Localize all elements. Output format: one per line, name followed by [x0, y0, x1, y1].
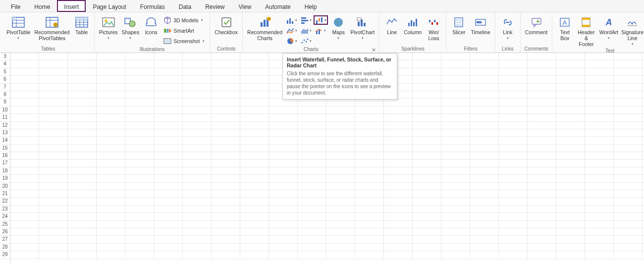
cell[interactable]: [355, 152, 384, 159]
cell[interactable]: [355, 183, 384, 190]
row-header[interactable]: 27: [0, 236, 10, 243]
cell[interactable]: [384, 129, 413, 136]
cell[interactable]: [298, 228, 326, 235]
scatter-chart-button[interactable]: ▾: [299, 36, 313, 46]
cell[interactable]: [441, 106, 470, 113]
cell[interactable]: [384, 175, 413, 182]
cell[interactable]: [97, 159, 125, 166]
cell[interactable]: [470, 152, 499, 159]
cell[interactable]: [528, 159, 556, 166]
cell[interactable]: [585, 106, 614, 113]
cell[interactable]: [384, 251, 413, 258]
cell[interactable]: [470, 251, 499, 258]
cell[interactable]: [384, 106, 413, 113]
cell[interactable]: [10, 84, 39, 91]
cell[interactable]: [68, 175, 97, 182]
cell[interactable]: [499, 91, 528, 98]
cell[interactable]: [97, 68, 125, 75]
cell[interactable]: [125, 228, 154, 235]
cell[interactable]: [499, 76, 528, 83]
cell[interactable]: [355, 145, 384, 152]
cell[interactable]: [585, 99, 614, 106]
cell[interactable]: [97, 175, 125, 182]
cell[interactable]: [585, 84, 614, 91]
cell[interactable]: [614, 145, 643, 152]
cell[interactable]: [154, 206, 183, 212]
cell[interactable]: [499, 114, 528, 121]
cell[interactable]: [10, 183, 39, 190]
cell[interactable]: [384, 198, 413, 205]
cell[interactable]: [470, 68, 499, 75]
cell[interactable]: [326, 183, 355, 190]
cell[interactable]: [97, 183, 125, 190]
cell[interactable]: [39, 251, 68, 258]
cell[interactable]: [441, 114, 470, 121]
cell[interactable]: [413, 68, 441, 75]
cell[interactable]: [585, 175, 614, 182]
cell[interactable]: [154, 190, 183, 197]
cell[interactable]: [499, 84, 528, 91]
cell[interactable]: [183, 244, 212, 251]
cell[interactable]: [528, 152, 556, 159]
cell[interactable]: [441, 206, 470, 212]
cell[interactable]: [39, 167, 68, 174]
cell[interactable]: [441, 183, 470, 190]
cell[interactable]: [528, 190, 556, 197]
cell[interactable]: [326, 213, 355, 220]
cell[interactable]: [183, 198, 212, 205]
cell[interactable]: [212, 99, 240, 106]
cell[interactable]: [355, 198, 384, 205]
cell[interactable]: [97, 228, 125, 235]
cell[interactable]: [413, 175, 441, 182]
cell[interactable]: [470, 167, 499, 174]
cell[interactable]: [39, 244, 68, 251]
cell[interactable]: [154, 99, 183, 106]
cell[interactable]: [441, 167, 470, 174]
row-header[interactable]: 7: [0, 84, 10, 91]
cell[interactable]: [68, 76, 97, 83]
cell[interactable]: [212, 206, 240, 212]
cell[interactable]: [212, 236, 240, 243]
cell[interactable]: [413, 122, 441, 129]
cell[interactable]: [212, 244, 240, 251]
cell[interactable]: [326, 99, 355, 106]
cell[interactable]: [326, 221, 355, 228]
cell[interactable]: [556, 129, 585, 136]
sparkline-column-button[interactable]: Column: [402, 15, 423, 35]
cell[interactable]: [499, 53, 528, 60]
cell[interactable]: [154, 53, 183, 60]
cell[interactable]: [355, 114, 384, 121]
waterfall-chart-button[interactable]: ▾: [314, 15, 328, 25]
cell[interactable]: [97, 167, 125, 174]
cell[interactable]: [355, 228, 384, 235]
cell[interactable]: [68, 221, 97, 228]
cell[interactable]: [614, 68, 643, 75]
cell[interactable]: [125, 114, 154, 121]
row-header[interactable]: 25: [0, 221, 10, 228]
cell[interactable]: [556, 84, 585, 91]
cell[interactable]: [68, 91, 97, 98]
cell[interactable]: [413, 53, 441, 60]
cell[interactable]: [125, 129, 154, 136]
cell[interactable]: [556, 167, 585, 174]
cell[interactable]: [413, 206, 441, 212]
cell[interactable]: [499, 167, 528, 174]
cell[interactable]: [614, 236, 643, 243]
cell[interactable]: [154, 91, 183, 98]
cell[interactable]: [355, 106, 384, 113]
cell[interactable]: [125, 99, 154, 106]
menu-tab-formulas[interactable]: Formulas: [133, 0, 172, 12]
link-button[interactable]: Link ▾: [498, 15, 517, 40]
cell[interactable]: [556, 190, 585, 197]
screenshot-button[interactable]: Screenshot ▾: [161, 36, 207, 46]
cell[interactable]: [470, 106, 499, 113]
cell[interactable]: [614, 213, 643, 220]
cell[interactable]: [298, 236, 326, 243]
cell[interactable]: [384, 206, 413, 212]
cell[interactable]: [441, 244, 470, 251]
cell[interactable]: [413, 145, 441, 152]
cell[interactable]: [528, 175, 556, 182]
cell[interactable]: [585, 53, 614, 60]
charts-dialog-launcher[interactable]: ⇲: [371, 47, 376, 52]
cell[interactable]: [183, 228, 212, 235]
